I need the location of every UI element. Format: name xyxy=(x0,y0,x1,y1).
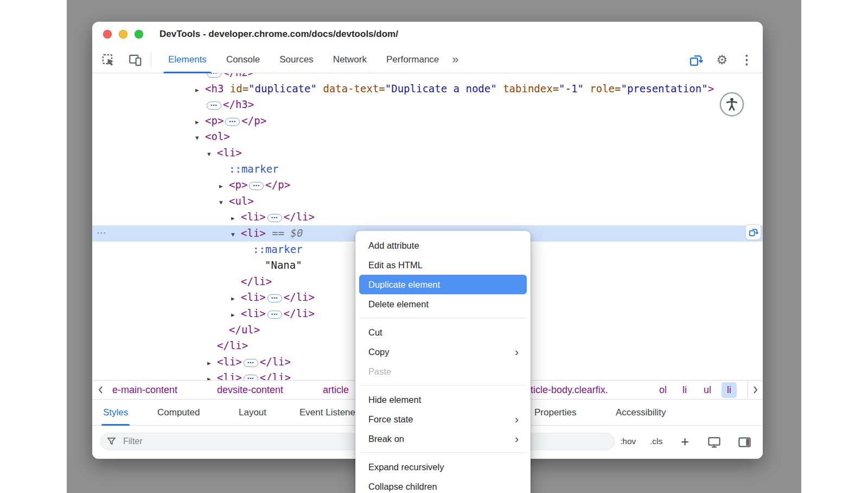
toolbar-divider xyxy=(151,53,151,67)
breadcrumb-item-article-body-clearfix[interactable]: article-body.clearfix. xyxy=(522,381,608,399)
inline-expand-button[interactable] xyxy=(267,311,282,319)
code-token: id= xyxy=(224,83,248,94)
inline-expand-button[interactable] xyxy=(267,294,282,302)
menu-item-collapse-children[interactable]: Collapse children xyxy=(359,477,527,493)
menu-item-delete-element[interactable]: Delete element xyxy=(359,294,527,314)
element-classes-button[interactable]: .cls xyxy=(650,433,662,450)
settings-gear-icon[interactable]: ⚙ xyxy=(716,54,727,66)
close-button[interactable] xyxy=(103,30,112,39)
kebab-menu-icon[interactable]: ⋮ xyxy=(741,54,753,66)
disclosure-arrow-icon[interactable] xyxy=(195,114,205,130)
sidebar-tab-styles[interactable]: Styles xyxy=(103,400,128,426)
code-token: </li> xyxy=(241,275,272,287)
breadcrumb-item-ul[interactable]: ul xyxy=(704,381,711,399)
sidebar-tab-computed[interactable]: Computed xyxy=(157,400,200,426)
menu-item-paste[interactable]: Paste xyxy=(359,362,527,381)
panel-tabs: ElementsConsoleSourcesNetworkPerformance xyxy=(158,47,449,73)
sidebar-tab-event-listeners[interactable]: Event Listeners xyxy=(299,400,363,426)
dom-tree-row[interactable]: </h3> xyxy=(92,97,763,113)
tab-performance[interactable]: Performance xyxy=(376,47,449,73)
breadcrumb-item-e-main-content[interactable]: e-main-content xyxy=(112,381,177,399)
code-token: </li> xyxy=(284,307,315,319)
tab-sources[interactable]: Sources xyxy=(270,47,323,73)
device-toolbar-icon[interactable] xyxy=(127,52,143,67)
dom-tree-row[interactable]: <ol> xyxy=(92,129,763,145)
disclosure-arrow-icon[interactable] xyxy=(219,178,229,194)
inline-expand-button[interactable] xyxy=(267,214,282,222)
inline-expand-button[interactable] xyxy=(225,118,240,126)
code-token: </li> xyxy=(260,371,291,380)
menu-item-expand-recursively[interactable]: Expand recursively xyxy=(359,457,527,477)
toolbar-right-icons: ⚙ ⋮ xyxy=(688,52,753,67)
dom-tree-row[interactable]: <li> xyxy=(92,145,763,161)
dom-tree-row[interactable]: <h3 id="duplicate" data-text="Duplicate … xyxy=(92,81,763,97)
menu-item-hide-element[interactable]: Hide element xyxy=(359,390,527,409)
breadcrumb-item-li[interactable]: li xyxy=(682,381,687,399)
menu-item-edit-as-html[interactable]: Edit as HTML xyxy=(359,255,527,275)
minimize-button[interactable] xyxy=(119,30,127,39)
sidebar-tab-accessibility[interactable]: Accessibility xyxy=(616,400,666,426)
sidebar-tab-properties[interactable]: Properties xyxy=(534,400,576,426)
row-overflow-dots-icon[interactable]: ⋯ xyxy=(97,225,106,242)
devtools-toolbar: ElementsConsoleSourcesNetworkPerformance… xyxy=(92,47,763,73)
duplicate-adorner-button[interactable] xyxy=(745,224,761,240)
menu-separator xyxy=(360,385,526,385)
disclosure-arrow-icon[interactable] xyxy=(207,371,217,380)
inline-expand-button[interactable] xyxy=(244,359,258,367)
toggle-element-state-button[interactable]: :hov xyxy=(620,433,636,450)
menu-item-cut[interactable]: Cut xyxy=(359,323,527,342)
code-token: </p> xyxy=(241,115,266,127)
breadcrumb-item-article[interactable]: article xyxy=(323,381,349,399)
dom-tree-row[interactable]: <ul> xyxy=(92,193,763,210)
menu-item-break-on[interactable]: Break on› xyxy=(359,429,527,448)
inline-expand-button[interactable] xyxy=(244,375,258,380)
dom-tree-row[interactable]: ::marker xyxy=(92,161,763,178)
disclosure-arrow-icon[interactable] xyxy=(231,307,241,323)
menu-item-add-attribute[interactable]: Add attribute xyxy=(359,236,527,255)
disclosure-arrow-icon[interactable] xyxy=(207,146,217,162)
zoom-button[interactable] xyxy=(135,30,143,39)
more-tabs-chevron-icon[interactable]: » xyxy=(449,47,462,72)
menu-item-force-state[interactable]: Force state› xyxy=(359,409,527,429)
inspect-element-icon[interactable] xyxy=(100,52,116,67)
accessibility-overlay-button[interactable] xyxy=(720,92,744,116)
disclosure-arrow-icon[interactable] xyxy=(195,82,205,98)
disclosure-arrow-icon[interactable] xyxy=(219,194,229,211)
code-token: "Duplicate a node" xyxy=(385,83,497,94)
tab-elements[interactable]: Elements xyxy=(158,47,216,73)
breadcrumb-item-devsite-content[interactable]: devsite-content xyxy=(217,381,283,399)
inline-expand-button[interactable] xyxy=(207,73,221,78)
disclosure-arrow-icon[interactable] xyxy=(231,210,241,226)
code-token: <ul> xyxy=(229,195,254,207)
disclosure-arrow-icon[interactable] xyxy=(231,290,241,307)
menu-item-label: Cut xyxy=(368,327,382,337)
breadcrumb-item-ol[interactable]: ol xyxy=(659,381,667,399)
code-token: </h3> xyxy=(223,98,254,110)
code-token: </h2> xyxy=(223,73,254,78)
breadcrumb-item-li[interactable]: li xyxy=(722,382,737,398)
menu-item-label: Add attribute xyxy=(368,241,419,250)
dom-tree-row[interactable]: </h2> xyxy=(92,73,763,81)
tab-network[interactable]: Network xyxy=(323,47,376,73)
code-token: ::marker xyxy=(253,243,303,255)
rendering-emulation-icon[interactable] xyxy=(707,435,722,452)
inline-expand-button[interactable] xyxy=(207,102,221,110)
toggle-sidebar-icon[interactable] xyxy=(737,435,752,452)
disclosure-arrow-icon[interactable] xyxy=(207,355,217,371)
menu-item-duplicate-element[interactable]: Duplicate element xyxy=(359,275,527,294)
accessibility-person-icon xyxy=(724,97,739,112)
dom-tree-row[interactable]: <p></p> xyxy=(92,113,763,129)
dom-tree-row[interactable]: <p></p> xyxy=(92,177,763,193)
inline-expand-button[interactable] xyxy=(249,182,264,190)
breadcrumb-scroll-left-button[interactable] xyxy=(92,381,108,399)
disclosure-arrow-icon[interactable] xyxy=(195,130,205,146)
disclosure-arrow-icon[interactable] xyxy=(231,226,241,243)
code-token: <li> xyxy=(217,356,242,368)
tab-console[interactable]: Console xyxy=(216,47,270,73)
sidebar-tab-layout[interactable]: Layout xyxy=(239,400,266,426)
breadcrumb-scroll-right-button[interactable] xyxy=(748,381,763,399)
duplicate-element-icon[interactable] xyxy=(688,52,703,67)
dom-tree-row[interactable]: <li></li> xyxy=(92,209,763,225)
new-style-rule-button[interactable]: + xyxy=(681,431,689,452)
menu-item-copy[interactable]: Copy› xyxy=(359,342,527,362)
